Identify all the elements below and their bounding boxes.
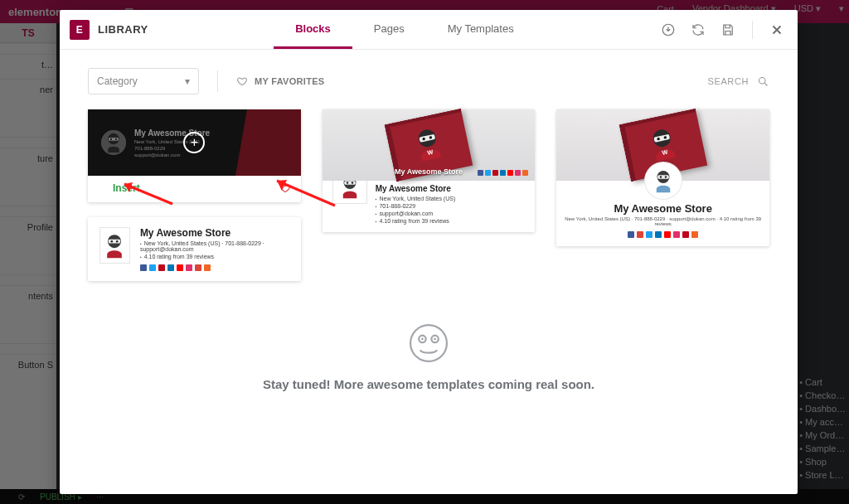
template-card-2[interactable]: W My Awesome Store My Awesome Store New … [323, 109, 536, 232]
svg-point-1 [759, 77, 766, 84]
store-name: My Awesome Store [556, 202, 769, 215]
modal-brand: E LIBRARY [70, 20, 148, 40]
svg-point-10 [116, 240, 119, 243]
tab-blocks[interactable]: Blocks [274, 10, 352, 49]
template-thumb: W My Awesome Store [323, 109, 536, 181]
modal-tabs: Blocks Pages My Templates [274, 10, 535, 49]
header-separator [752, 21, 753, 39]
ninja-icon: W [642, 123, 683, 164]
ninja-icon: W [408, 123, 449, 164]
store-name: My Awesome Store [376, 184, 526, 193]
toolbar: Category ▾ MY FAVORITES [60, 50, 798, 106]
svg-point-19 [351, 182, 352, 183]
sync-icon[interactable] [691, 22, 706, 37]
social-icons [478, 170, 528, 176]
svg-rect-8 [109, 240, 120, 244]
ninja-avatar-icon [101, 232, 128, 259]
close-icon[interactable] [769, 22, 784, 37]
smiley-face-icon [406, 321, 451, 366]
template-card-4[interactable]: My Awesome Store New York, United States… [88, 217, 301, 281]
modal-title: LIBRARY [98, 23, 148, 36]
ninja-avatar-icon [651, 168, 676, 193]
favorites-label: MY FAVORITES [255, 76, 324, 86]
svg-point-32 [421, 338, 424, 341]
store-avatar [99, 227, 130, 264]
zoom-icon [183, 132, 205, 153]
tab-my-templates[interactable]: My Templates [426, 10, 536, 49]
svg-point-27 [659, 176, 661, 177]
search-input[interactable] [616, 76, 749, 86]
insert-button[interactable]: Insert [98, 182, 140, 194]
category-dropdown[interactable]: Category ▾ [88, 68, 199, 94]
store-name: My Awesome Store [140, 227, 289, 239]
templates-grid: My Awesome Store New York, United States… [60, 106, 798, 281]
insert-label: Insert [113, 182, 140, 194]
category-label: Category [97, 75, 138, 87]
svg-point-28 [664, 176, 666, 177]
modal-header: E LIBRARY Blocks Pages My Templates [60, 10, 798, 50]
template-thumb: My Awesome Store New York, United States… [88, 109, 301, 176]
svg-text:W: W [661, 148, 668, 157]
search-icon [757, 75, 769, 88]
social-icons [556, 231, 769, 238]
header-actions [661, 21, 784, 39]
save-icon[interactable] [720, 22, 735, 37]
favorite-button[interactable] [279, 182, 291, 194]
svg-point-9 [111, 240, 114, 243]
import-icon[interactable] [661, 22, 676, 37]
chevron-down-icon: ▾ [185, 75, 190, 87]
toolbar-separator [217, 70, 218, 92]
search-wrap [616, 75, 769, 88]
tab-pages[interactable]: Pages [352, 10, 426, 49]
elementor-logo-icon: E [70, 20, 90, 40]
my-favorites-button[interactable]: MY FAVORITES [236, 75, 324, 87]
preview-overlay[interactable] [88, 109, 301, 176]
heart-icon [236, 75, 248, 87]
social-icons [140, 264, 289, 271]
empty-state: Stay tuned! More awesome templates comin… [60, 321, 798, 391]
empty-state-text: Stay tuned! More awesome templates comin… [263, 377, 594, 391]
svg-rect-26 [657, 175, 669, 179]
store-sub: New York, United States (US) · 701-888-0… [556, 216, 769, 226]
svg-point-18 [346, 182, 347, 183]
svg-text:W: W [427, 148, 434, 157]
template-card-3[interactable]: W My Awesome Store New York, United Stat… [556, 109, 769, 246]
svg-point-33 [434, 338, 436, 341]
template-card-1[interactable]: My Awesome Store New York, United States… [88, 109, 301, 202]
svg-rect-17 [344, 181, 356, 185]
store-avatar [645, 162, 682, 199]
svg-point-29 [410, 325, 447, 361]
library-modal: E LIBRARY Blocks Pages My Templates [60, 10, 798, 494]
download-icon [98, 183, 108, 193]
